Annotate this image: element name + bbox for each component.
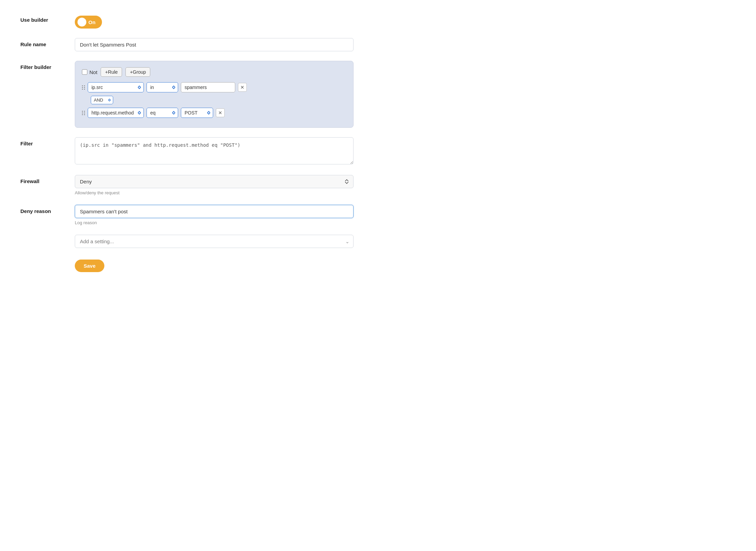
rule-name-label: Rule name <box>20 38 75 47</box>
firewall-label: Firewall <box>20 175 75 184</box>
filter-builder-control: Not +Rule +Group ip.src ip.dst http.requ… <box>75 61 354 128</box>
rule1-value-input[interactable] <box>181 82 235 92</box>
rule2-operator-select[interactable]: eq ne in contains <box>147 108 178 118</box>
rule1-remove-button[interactable]: ✕ <box>238 83 247 92</box>
add-setting-wrap: ⌄ <box>75 235 354 248</box>
firewall-control: Deny Allow Challenge JS Challenge Allow/… <box>75 175 354 195</box>
rule-row-2: http.request.method ip.src ip.dst eq ne … <box>82 108 346 118</box>
rule1-operator-select[interactable]: in eq ne contains <box>147 82 178 92</box>
filter-builder-header: Not +Rule +Group <box>82 67 346 77</box>
use-builder-control: On <box>75 14 354 29</box>
rule-name-row: Rule name <box>20 38 736 51</box>
rule2-field-select[interactable]: http.request.method ip.src ip.dst <box>88 108 144 118</box>
use-builder-row: Use builder On <box>20 14 736 29</box>
add-setting-row: ⌄ <box>20 235 736 248</box>
deny-reason-control: Log reason <box>75 205 354 225</box>
firewall-row: Firewall Deny Allow Challenge JS Challen… <box>20 175 736 195</box>
save-row: Save <box>20 257 736 272</box>
not-label: Not <box>89 69 97 75</box>
filter-builder-box: Not +Rule +Group ip.src ip.dst http.requ… <box>75 61 354 128</box>
add-rule-button[interactable]: +Rule <box>101 67 122 77</box>
toggle-text: On <box>88 19 96 25</box>
drag-handle-1[interactable] <box>82 85 85 90</box>
use-builder-label: Use builder <box>20 14 75 23</box>
deny-reason-row: Deny reason Log reason <box>20 205 736 225</box>
filter-control: (ip.src in "spammers" and http.request.m… <box>75 137 354 165</box>
add-setting-label <box>20 235 75 238</box>
toggle-circle <box>78 18 86 26</box>
rule2-remove-button[interactable]: ✕ <box>216 108 225 117</box>
filter-builder-label: Filter builder <box>20 61 75 70</box>
add-group-button[interactable]: +Group <box>125 67 150 77</box>
firewall-helper: Allow/deny the request <box>75 190 354 195</box>
rule1-field-select[interactable]: ip.src ip.dst http.request.method <box>88 82 144 92</box>
rule2-value-select[interactable]: POST GET PUT DELETE <box>181 108 213 118</box>
rule-name-input[interactable] <box>75 38 354 51</box>
add-setting-control: ⌄ <box>75 235 354 248</box>
and-connector: AND OR <box>91 96 346 104</box>
use-builder-toggle[interactable]: On <box>75 16 102 29</box>
filter-label: Filter <box>20 137 75 146</box>
save-button[interactable]: Save <box>75 260 104 272</box>
deny-reason-label: Deny reason <box>20 205 75 214</box>
connector-select[interactable]: AND OR <box>91 96 113 104</box>
save-control: Save <box>75 257 354 272</box>
filter-textarea[interactable]: (ip.src in "spammers" and http.request.m… <box>75 137 354 164</box>
save-label-spacer <box>20 257 75 261</box>
deny-reason-input[interactable] <box>75 205 354 218</box>
drag-handle-2[interactable] <box>82 111 85 115</box>
rule-name-control <box>75 38 354 51</box>
rule-row-1: ip.src ip.dst http.request.method in eq … <box>82 82 346 92</box>
add-setting-input[interactable] <box>75 235 354 248</box>
not-checkbox[interactable] <box>82 69 87 75</box>
firewall-select[interactable]: Deny Allow Challenge JS Challenge <box>75 175 354 188</box>
filter-row: Filter (ip.src in "spammers" and http.re… <box>20 137 736 165</box>
filter-builder-row: Filter builder Not +Rule +Group <box>20 61 736 128</box>
deny-reason-helper: Log reason <box>75 220 354 225</box>
not-checkbox-wrap: Not <box>82 69 97 75</box>
